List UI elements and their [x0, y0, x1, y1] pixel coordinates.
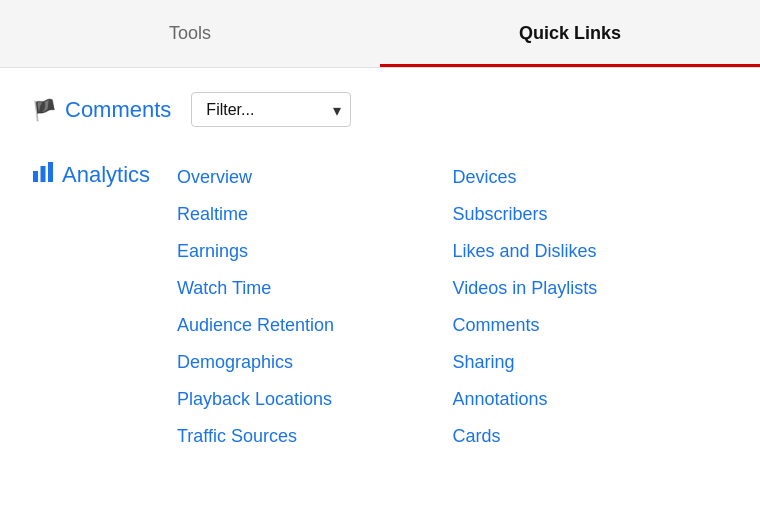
- comments-row: 🏴 Comments Filter... All comments Held f…: [32, 92, 728, 127]
- link-annotations[interactable]: Annotations: [453, 381, 729, 418]
- comments-text: Comments: [65, 97, 171, 123]
- link-videos-in-playlists[interactable]: Videos in Playlists: [453, 270, 729, 307]
- link-realtime[interactable]: Realtime: [177, 196, 453, 233]
- link-sharing[interactable]: Sharing: [453, 344, 729, 381]
- svg-rect-0: [33, 171, 38, 182]
- tab-quick-links[interactable]: Quick Links: [380, 0, 760, 67]
- tab-tools-label: Tools: [169, 23, 211, 44]
- filter-wrapper: Filter... All comments Held for review P…: [191, 92, 351, 127]
- link-comments[interactable]: Comments: [453, 307, 729, 344]
- filter-select[interactable]: Filter... All comments Held for review P…: [191, 92, 351, 127]
- content-area: 🏴 Comments Filter... All comments Held f…: [0, 68, 760, 479]
- link-cards[interactable]: Cards: [453, 418, 729, 455]
- link-overview[interactable]: Overview: [177, 159, 453, 196]
- link-demographics[interactable]: Demographics: [177, 344, 453, 381]
- link-likes-dislikes[interactable]: Likes and Dislikes: [453, 233, 729, 270]
- analytics-text: Analytics: [62, 162, 150, 188]
- tab-bar: Tools Quick Links: [0, 0, 760, 68]
- link-traffic-sources[interactable]: Traffic Sources: [177, 418, 453, 455]
- tab-quick-links-label: Quick Links: [519, 23, 621, 44]
- comments-icon: 🏴: [32, 98, 57, 122]
- link-watch-time[interactable]: Watch Time: [177, 270, 453, 307]
- analytics-links-right: Devices Subscribers Likes and Dislikes V…: [453, 159, 729, 455]
- link-devices[interactable]: Devices: [453, 159, 729, 196]
- link-playback-locations[interactable]: Playback Locations: [177, 381, 453, 418]
- svg-rect-1: [41, 166, 46, 182]
- analytics-icon: [32, 161, 54, 188]
- comments-label[interactable]: 🏴 Comments: [32, 97, 171, 123]
- analytics-links: Overview Realtime Earnings Watch Time Au…: [177, 159, 728, 455]
- svg-rect-2: [48, 162, 53, 182]
- analytics-row: Analytics Overview Realtime Earnings Wat…: [32, 159, 728, 455]
- analytics-label[interactable]: Analytics: [32, 159, 177, 188]
- link-subscribers[interactable]: Subscribers: [453, 196, 729, 233]
- link-audience-retention[interactable]: Audience Retention: [177, 307, 453, 344]
- link-earnings[interactable]: Earnings: [177, 233, 453, 270]
- tab-tools[interactable]: Tools: [0, 0, 380, 67]
- analytics-links-left: Overview Realtime Earnings Watch Time Au…: [177, 159, 453, 455]
